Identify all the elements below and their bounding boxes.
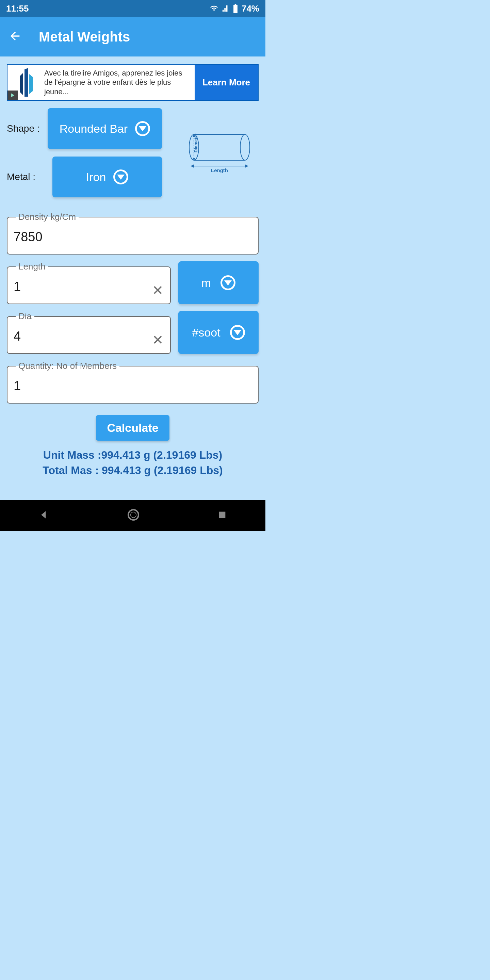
svg-point-1 (240, 134, 250, 160)
shape-dropdown[interactable]: Rounded Bar (48, 108, 162, 149)
svg-point-12 (128, 510, 138, 520)
status-time: 11:55 (6, 3, 29, 14)
length-unit-dropdown[interactable]: m (178, 261, 259, 304)
dia-row: Dia ✕ #soot (7, 311, 259, 354)
chevron-down-icon (113, 169, 128, 185)
quantity-row: Quantity: No of Members (7, 361, 259, 404)
dia-label: Dia (16, 311, 34, 321)
shape-value: Rounded Bar (60, 122, 127, 135)
calculate-wrap: Calculate (7, 415, 259, 441)
picker-area: Shape : Rounded Bar Metal : Iron Diamete… (7, 108, 259, 205)
quantity-label: Quantity: No of Members (16, 361, 119, 371)
clear-dia-button[interactable]: ✕ (150, 332, 165, 347)
svg-marker-9 (191, 164, 194, 168)
battery-percent: 74% (242, 3, 259, 14)
triangle-left-icon (38, 509, 49, 520)
dia-unit-dropdown[interactable]: #soot (178, 311, 259, 354)
metal-dropdown[interactable]: Iron (52, 156, 162, 197)
battery-icon (233, 4, 238, 13)
svg-point-13 (130, 512, 137, 518)
ad-logo-icon (16, 68, 36, 97)
shape-diagram: Diameter Length (187, 132, 255, 173)
quantity-input[interactable] (14, 379, 252, 393)
length-field[interactable]: Length ✕ (7, 261, 171, 304)
unit-mass-result: Unit Mass :994.413 g (2.19169 Lbs) (7, 447, 259, 463)
svg-marker-10 (245, 164, 248, 168)
circle-icon (127, 508, 140, 522)
close-icon: ✕ (152, 332, 164, 347)
ad-banner[interactable]: Avec la tirelire Amigos, apprenez les jo… (7, 64, 259, 101)
clear-length-button[interactable]: ✕ (150, 282, 165, 298)
length-input[interactable] (14, 279, 146, 294)
length-label: Length (16, 261, 48, 272)
close-icon: ✕ (152, 282, 164, 298)
length-row: Length ✕ m (7, 261, 259, 304)
chevron-down-icon (135, 121, 150, 136)
length-unit-value: m (202, 276, 211, 290)
nav-recent-button[interactable] (218, 510, 227, 521)
density-label: Density kg/Cm (16, 212, 79, 222)
calculate-button[interactable]: Calculate (96, 415, 169, 441)
dia-field[interactable]: Dia ✕ (7, 311, 171, 354)
content: Avec la tirelire Amigos, apprenez les jo… (0, 56, 266, 500)
ad-cta-button[interactable]: Learn More (195, 65, 258, 100)
nav-back-button[interactable] (38, 509, 49, 522)
square-icon (218, 510, 227, 520)
density-row: Density kg/Cm (7, 212, 259, 255)
metal-label: Metal : (7, 172, 48, 182)
chevron-down-icon (221, 275, 235, 290)
dia-input[interactable] (14, 329, 146, 344)
signal-icon (222, 5, 229, 12)
results: Unit Mass :994.413 g (2.19169 Lbs) Total… (7, 447, 259, 478)
ad-badge (8, 91, 18, 100)
svg-text:Diameter: Diameter (193, 134, 198, 153)
total-mass-result: Total Mas : 994.413 g (2.19169 Lbs) (7, 463, 259, 478)
nav-bar (0, 500, 266, 531)
svg-text:Length: Length (211, 167, 228, 173)
dia-unit-value: #soot (192, 326, 220, 339)
metal-value: Iron (86, 170, 106, 184)
arrow-left-icon (8, 29, 22, 43)
back-button[interactable] (8, 29, 22, 44)
status-bar: 11:55 74% (0, 0, 266, 17)
density-input[interactable] (14, 230, 252, 244)
shape-label: Shape : (7, 123, 48, 134)
play-icon (10, 92, 15, 98)
ad-text: Avec la tirelire Amigos, apprenez les jo… (44, 65, 195, 100)
status-right: 74% (210, 3, 259, 14)
chevron-down-icon (230, 325, 245, 340)
nav-home-button[interactable] (127, 508, 140, 523)
svg-rect-14 (219, 512, 225, 518)
density-field[interactable]: Density kg/Cm (7, 212, 259, 255)
app-bar: Metal Weights (0, 17, 266, 56)
app-title: Metal Weights (39, 29, 130, 45)
quantity-field[interactable]: Quantity: No of Members (7, 361, 259, 404)
wifi-icon (210, 5, 218, 12)
